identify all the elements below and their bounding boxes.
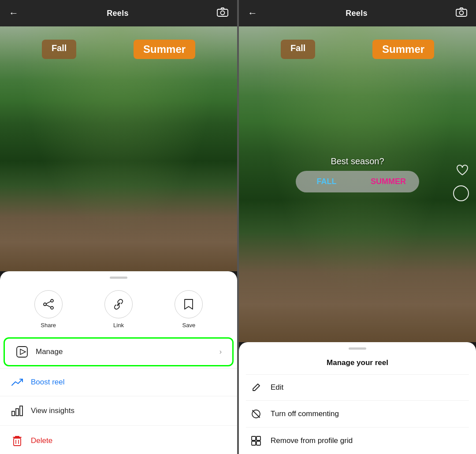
turn-off-commenting-item[interactable]: Turn off commenting [239,401,476,427]
svg-line-18 [253,410,260,417]
turn-off-commenting-icon [249,409,263,419]
svg-rect-12 [14,438,21,446]
edit-manage-item[interactable]: Edit [239,375,476,400]
delete-menu-item[interactable]: Delete [0,428,237,454]
left-back-button[interactable]: ← [9,7,19,19]
left-title: Reels [107,9,129,18]
svg-rect-22 [257,441,260,445]
svg-point-16 [459,11,463,15]
right-badge-summer: Summer [372,40,434,59]
manage-sheet-title: Manage your reel [239,357,476,374]
left-season-badges: Fall Summer [0,40,237,59]
svg-marker-8 [20,349,26,354]
manage-menu-item[interactable]: Manage › [4,337,234,366]
manage-icon [15,346,29,358]
divider-2 [0,396,237,396]
svg-point-3 [51,306,53,309]
left-badge-fall: Fall [42,40,76,59]
svg-line-5 [46,302,51,304]
insights-menu-item[interactable]: View insights [0,398,237,424]
save-label: Save [182,322,195,329]
right-camera-icon[interactable] [456,7,467,19]
right-image-area: Fall Summer Best season? FALL SUMMER [239,26,476,342]
svg-rect-21 [252,441,256,445]
svg-rect-19 [252,436,256,440]
left-camera-icon[interactable] [217,7,228,19]
svg-rect-15 [456,9,467,16]
save-action[interactable]: Save [175,290,203,329]
boost-text: Boost reel [31,378,227,387]
insights-text: View insights [31,406,227,415]
left-forest-bg [0,26,237,271]
delete-icon [11,435,24,447]
poll-options[interactable]: FALL SUMMER [296,171,419,192]
svg-rect-11 [20,406,22,416]
svg-point-2 [51,299,53,302]
save-circle [175,290,203,318]
left-header: ← Reels [0,0,237,26]
svg-rect-0 [217,9,228,16]
share-circle [34,290,63,318]
left-sheet-handle [110,277,127,279]
message-circle-icon[interactable] [453,185,469,201]
link-label: Link [113,322,124,329]
right-badge-fall: Fall [281,40,315,59]
share-label: Share [41,322,56,329]
edit-text: Edit [271,383,283,392]
right-season-badges: Fall Summer [239,40,476,59]
manage-chevron: › [219,348,222,356]
svg-rect-9 [12,411,15,416]
left-image-area: Fall Summer [0,26,237,271]
manage-text: Manage [36,347,219,356]
svg-point-1 [220,11,224,15]
remove-grid-icon [249,436,263,446]
svg-line-6 [46,305,51,307]
left-panel: ← Reels Fall Summer [0,0,237,454]
right-title: Reels [346,9,368,18]
edit-icon [249,383,263,392]
left-action-icons: Share Link [0,286,237,337]
poll-overlay: Best season? FALL SUMMER [239,156,476,192]
heart-icon[interactable] [456,164,469,179]
svg-point-4 [44,303,46,306]
remove-grid-item[interactable]: Remove from profile grid [239,428,476,454]
right-panel: ← Reels Fall Summer Best season? FALL SU… [239,0,476,454]
delete-text: Delete [31,436,227,445]
link-circle [104,290,133,318]
right-header: ← Reels [239,0,476,26]
left-bottom-sheet: Share Link [0,271,237,454]
boost-icon [11,377,24,387]
divider-1 [0,368,237,369]
svg-rect-10 [16,409,19,416]
link-action[interactable]: Link [104,290,133,329]
boost-menu-item[interactable]: Boost reel [0,370,237,394]
share-action[interactable]: Share [34,290,63,329]
poll-fall-option[interactable]: FALL [296,171,357,192]
svg-rect-20 [257,436,260,440]
right-back-button[interactable]: ← [248,7,257,19]
remove-grid-text: Remove from profile grid [271,436,353,445]
manage-sheet: Manage your reel Edit Turn off comm [239,342,476,454]
right-sheet-handle [349,347,366,350]
divider-3 [0,425,237,426]
poll-summer-option[interactable]: SUMMER [357,171,419,192]
insights-icon [11,405,24,417]
poll-question: Best season? [331,156,384,166]
left-badge-summer: Summer [134,40,195,59]
turn-off-commenting-text: Turn off commenting [271,410,339,418]
